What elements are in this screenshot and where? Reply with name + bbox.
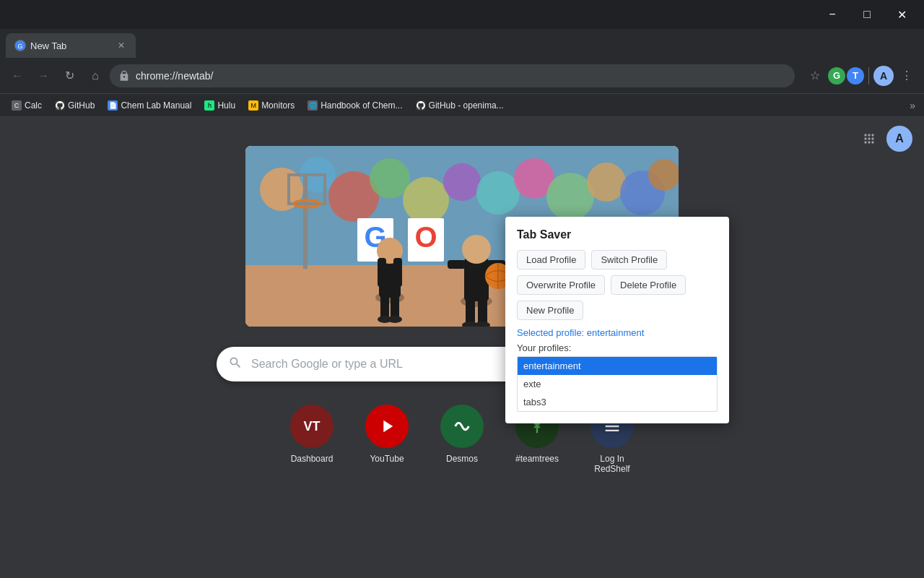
bookmark-hulu-label: Hulu [217,100,235,111]
bookmark-github[interactable]: GitHub [49,96,100,115]
back-button[interactable]: ← [6,64,29,87]
bookmark-button[interactable]: ☆ [803,64,827,87]
svg-point-14 [546,173,594,220]
svg-rect-35 [391,294,399,319]
newtab-profile-avatar[interactable]: A [886,126,912,152]
shortcut-dashboard[interactable]: VT Dashboard [283,405,341,474]
popup-profile-exte[interactable]: exte [518,375,717,393]
svg-point-40 [462,235,491,264]
bookmark-hulu[interactable]: h Hulu [199,96,241,115]
search-icon [228,355,243,374]
shortcut-teamtrees-label: #teamtrees [515,454,559,464]
bookmark-chem-favicon: 📄 [108,100,118,111]
svg-rect-32 [378,258,386,287]
shortcut-dashboard-label: Dashboard [291,454,334,464]
bookmark-github-favicon [55,100,65,111]
svg-rect-41 [448,260,466,269]
popup-title: Tab Saver [517,228,718,241]
ext-t-label: T [853,70,858,81]
extension-g-button[interactable]: G [828,67,845,85]
svg-rect-39 [464,258,489,301]
bookmarks-more-button[interactable]: » [907,100,918,111]
new-profile-button[interactable]: New Profile [517,301,583,320]
maximize-button[interactable]: □ [850,3,884,26]
close-button[interactable]: ✕ [885,3,918,26]
shortcut-redshelf-label: Log In RedShelf [583,454,641,474]
popup-selected-profile-text: Selected profile: entertainment [517,327,718,338]
minimize-button[interactable]: − [816,3,849,26]
shortcut-youtube-icon [365,405,409,448]
svg-point-10 [403,177,449,223]
svg-rect-33 [393,258,402,287]
address-bar-row: ← → ↻ ⌂ chrome://newtab/ ☆ G T A ⋮ [0,58,924,94]
svg-rect-43 [466,298,475,325]
bookmark-calc[interactable]: C Calc [6,96,48,115]
main-content: A [0,117,924,578]
tab-favicon: G [14,40,26,51]
popup-row-2: Overwrite Profile Delete Profile [517,275,718,295]
bookmark-monitors-favicon: M [248,100,258,111]
toolbar-icons: ☆ G T A ⋮ [803,64,918,87]
bookmark-openima-favicon [416,100,426,111]
svg-point-37 [388,316,402,323]
bookmark-chem-label: Chem Lab Manual [121,100,191,111]
bookmark-handbook-favicon: 🌐 [308,100,318,111]
address-bar[interactable]: chrome://newtab/ [110,64,795,87]
google-apps-button[interactable] [858,127,881,150]
svg-rect-34 [380,294,389,319]
forward-button[interactable]: → [32,64,55,87]
shortcut-desmos-label: Desmos [446,454,478,464]
bookmark-monitors[interactable]: M Monitors [243,96,300,115]
svg-point-15 [587,163,626,202]
svg-rect-44 [478,298,487,325]
title-bar: − □ ✕ [0,0,924,29]
bookmark-openima-label: GitHub - openima... [429,100,504,111]
popup-profile-tabs3[interactable]: tabs3 [518,393,717,411]
tab-close-button[interactable]: ✕ [116,40,127,51]
bookmark-chem[interactable]: 📄 Chem Lab Manual [102,96,197,115]
load-profile-button[interactable]: Load Profile [517,250,585,269]
tab-bar: G New Tab ✕ [0,29,924,58]
tab-title: New Tab [30,40,111,51]
shortcut-youtube-label: YouTube [370,454,404,464]
lock-icon [118,70,130,82]
bookmark-hulu-favicon: h [204,100,214,111]
newtab-toolbar: A [858,126,912,152]
popup-profile-list: entertainment exte tabs3 [517,356,718,412]
svg-point-12 [476,171,520,215]
bookmark-icon: ☆ [810,69,820,82]
switch-profile-button[interactable]: Switch Profile [591,250,667,269]
shortcut-youtube[interactable]: YouTube [358,405,416,474]
home-button[interactable]: ⌂ [84,64,107,87]
bookmarks-bar: C Calc GitHub 📄 Chem Lab Manual h Hulu M… [0,94,924,117]
popup-profile-entertainment[interactable]: entertainment [518,357,717,375]
bookmark-handbook[interactable]: 🌐 Handbook of Chem... [302,96,408,115]
bookmark-github-label: GitHub [68,100,95,111]
menu-icon: ⋮ [901,69,912,82]
bookmark-calc-favicon: C [12,100,22,111]
popup-row-3: New Profile [517,301,718,320]
popup-selected-value: entertainment [587,327,645,338]
svg-text:G: G [17,43,22,50]
shortcut-desmos[interactable]: Desmos [433,405,491,474]
svg-text:O: O [414,221,437,253]
active-tab[interactable]: G New Tab ✕ [6,33,136,58]
menu-button[interactable]: ⋮ [895,64,918,87]
reload-button[interactable]: ↻ [58,64,81,87]
bookmark-openima[interactable]: GitHub - openima... [410,96,510,115]
svg-rect-18 [303,175,308,269]
tab-saver-popup: Tab Saver Load Profile Switch Profile Ov… [505,217,729,423]
toolbar-divider [868,67,869,85]
profile-avatar[interactable]: A [873,66,894,86]
shortcut-dashboard-icon: VT [290,405,334,448]
svg-point-11 [443,163,481,201]
popup-row-1: Load Profile Switch Profile [517,250,718,269]
ext-g-label: G [833,70,840,81]
extension-t-button[interactable]: T [847,67,864,85]
popup-profiles-label: Your profiles: [517,342,718,353]
bookmark-monitors-label: Monitors [261,100,295,111]
svg-point-9 [370,158,410,199]
delete-profile-button[interactable]: Delete Profile [611,275,686,295]
bookmark-handbook-label: Handbook of Chem... [321,100,402,111]
overwrite-profile-button[interactable]: Overwrite Profile [517,275,605,295]
